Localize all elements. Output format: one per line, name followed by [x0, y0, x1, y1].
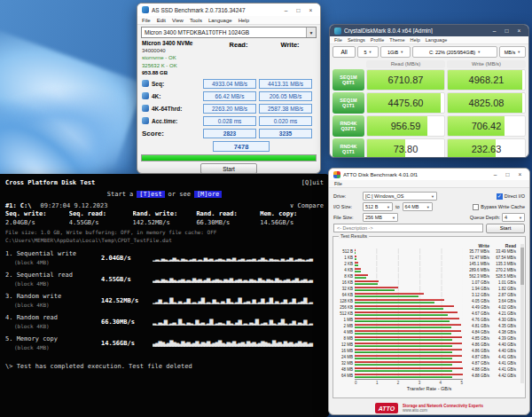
read-result-cell[interactable]: 956.59 — [366, 115, 445, 137]
menu-item[interactable]: Settings — [348, 37, 365, 43]
write-bar — [355, 336, 462, 338]
write-result: 4968.21 — [448, 70, 525, 90]
minimize-icon[interactable]: – — [281, 7, 291, 13]
file-size-select[interactable]: 256 MB ▼ — [363, 213, 398, 222]
test-type-button[interactable]: SEQ1M Q8T1 — [332, 69, 364, 90]
write-result-cell[interactable]: 4968.21 — [447, 69, 526, 90]
chevron-down-icon: ▼ — [517, 50, 520, 54]
write-result-cell[interactable]: 4825.08 — [447, 92, 526, 114]
read-value: 4.39 GB/s — [489, 336, 516, 341]
test-type-button[interactable]: RND4K Q32T1 — [332, 115, 364, 137]
bar-pair — [355, 335, 463, 341]
minimize-icon[interactable]: – — [490, 171, 500, 177]
menu-item[interactable]: Language — [208, 18, 232, 23]
test-type-line2: Q32T1 — [341, 126, 356, 132]
as-ssd-titlebar[interactable]: AS SSD Benchmark 2.0.7316.34247 – □ × — [137, 4, 320, 16]
test-size-select[interactable]: 1GiB ▼ — [380, 46, 411, 58]
test-button[interactable]: [T]est — [137, 191, 164, 198]
compare-toggle[interactable]: ∨ Compare — [290, 202, 324, 209]
maximize-icon[interactable]: □ — [293, 7, 303, 13]
test-type-line2: Q1T1 — [342, 149, 355, 155]
maximize-icon[interactable]: □ — [503, 171, 512, 177]
io-size-from-value: 512 B — [365, 204, 378, 209]
quit-button[interactable]: [Q]uit — [301, 179, 324, 186]
close-icon[interactable]: × — [306, 7, 316, 13]
io-size-result-row: 256 KB 4.49 GB/s 4.02 GB/s — [337, 304, 516, 310]
menu-item[interactable]: Edit — [157, 18, 166, 23]
menu-item[interactable]: File — [334, 37, 342, 43]
write-result: 4825.08 — [448, 93, 525, 113]
menu-item[interactable]: Tools — [190, 18, 202, 23]
start-button[interactable]: Start — [200, 163, 257, 174]
test-size-value: 1GiB — [387, 50, 398, 55]
queue-depth-select[interactable]: 4 ▼ — [502, 213, 525, 222]
start-button[interactable]: Start — [486, 224, 525, 233]
more-button[interactable]: [M]ore — [194, 191, 222, 198]
drive-firmware: 34000040 — [142, 47, 213, 54]
menu-item[interactable]: Help — [239, 18, 249, 23]
crystaldiskmark-app-icon — [334, 28, 341, 35]
menu-item[interactable]: File — [334, 181, 342, 186]
test-type-line2: Q8T1 — [342, 80, 355, 86]
drive-select[interactable]: [C:] Windows_OS ▼ — [363, 192, 437, 201]
read-bar — [355, 333, 451, 334]
chevron-down-icon: ▼ — [426, 205, 430, 209]
write-result-cell[interactable]: 232.63 — [447, 138, 526, 158]
menu-item[interactable]: File — [142, 18, 151, 23]
target-drive-select[interactable]: C: 22% (205/954GiB) ▼ — [412, 46, 497, 58]
read-value: 4.41 GB/s — [489, 355, 516, 359]
test-result-row: 2. Sequential read (block 4MB) 4.55GB/s … — [5, 269, 324, 290]
unit-select[interactable]: MB/s ▼ — [499, 46, 526, 58]
read-bar — [355, 264, 358, 266]
read-score: 2823 — [203, 129, 256, 138]
menu-item[interactable]: Profile — [371, 37, 385, 43]
write-bar — [355, 274, 368, 276]
read-result-cell[interactable]: 6710.87 — [366, 69, 445, 90]
menu-item[interactable]: Theme — [389, 37, 404, 43]
io-size-tick: 48 MB — [337, 367, 355, 372]
read-value: 4.38 GB/s — [489, 330, 516, 334]
bar-pair — [355, 342, 463, 347]
direct-io-checkbox[interactable]: ✓ — [497, 193, 503, 200]
read-bar — [355, 258, 356, 260]
read-result-cell[interactable]: 73.80 — [366, 138, 445, 158]
io-size-from-select[interactable]: 512 B ▼ — [363, 202, 393, 211]
read-value: 135.3 MB/s — [489, 262, 516, 266]
write-result-cell[interactable]: 706.42 — [447, 115, 526, 137]
write-value: 4.84 GB/s — [463, 330, 489, 334]
read-bar — [355, 376, 452, 378]
io-size-tick: 32 MB — [337, 361, 355, 366]
run-count-select[interactable]: 5 ▼ — [357, 46, 379, 58]
io-size-to-select[interactable]: 64 MB ▼ — [403, 202, 433, 211]
menu-item[interactable]: Help — [410, 37, 419, 43]
all-button[interactable]: All — [332, 46, 356, 58]
cpdt-terminal-window: Cross Platform Disk Test [Q]uit Start a … — [0, 174, 329, 417]
test-type-button[interactable]: RND4K Q1T1 — [332, 138, 364, 158]
throughput-sparkline: ▁▂▅▁▂▁▇▂▁▃▁▂▆▁▂▁▃▇▁▂▁▅▂▁▃▁▆▂▁▂▇▁▂▃▁▅▁▂▆▁… — [153, 296, 324, 305]
maximize-icon[interactable]: □ — [502, 28, 512, 34]
description-input[interactable]: <- Description -> — [333, 224, 483, 232]
atto-titlebar[interactable]: ATTO Disk Benchmark 4.01.0f1 – □ × — [329, 169, 529, 180]
menu-item[interactable]: Language — [426, 37, 447, 43]
test-type-button[interactable]: SEQ1M Q1T1 — [332, 92, 364, 114]
minimize-icon[interactable]: – — [489, 28, 499, 34]
read-result-cell[interactable]: 4475.60 — [366, 92, 445, 114]
bar-pair — [355, 248, 463, 254]
bar-pair — [355, 348, 463, 353]
read-bar — [355, 295, 419, 297]
bypass-write-cache-checkbox[interactable] — [473, 204, 479, 210]
write-value: 4.88 GB/s — [463, 374, 489, 378]
scrollbar-thumb[interactable] — [520, 248, 524, 285]
read-column-header: Read (MB/s) — [366, 60, 445, 68]
io-size-result-row: 8 MB 4.85 GB/s 4.39 GB/s — [337, 335, 516, 341]
close-icon[interactable]: × — [515, 171, 525, 177]
progress-bar — [141, 154, 317, 161]
cdm-titlebar[interactable]: CrystalDiskMark 8.0.4 x64 [Admin] – □ × — [330, 25, 528, 36]
results-scrollbar[interactable] — [520, 244, 524, 383]
drive-driver-status: stornvme - OK — [142, 54, 213, 61]
menu-item[interactable]: View — [172, 18, 184, 23]
close-icon[interactable]: × — [514, 28, 524, 34]
drive-select[interactable]: Micron 3400 MTFDKBA1T0TFH 1024GB ▼ — [141, 27, 317, 38]
write-value: 4.87 GB/s — [463, 355, 489, 359]
write-value: 1.94 GB/s — [463, 287, 489, 291]
